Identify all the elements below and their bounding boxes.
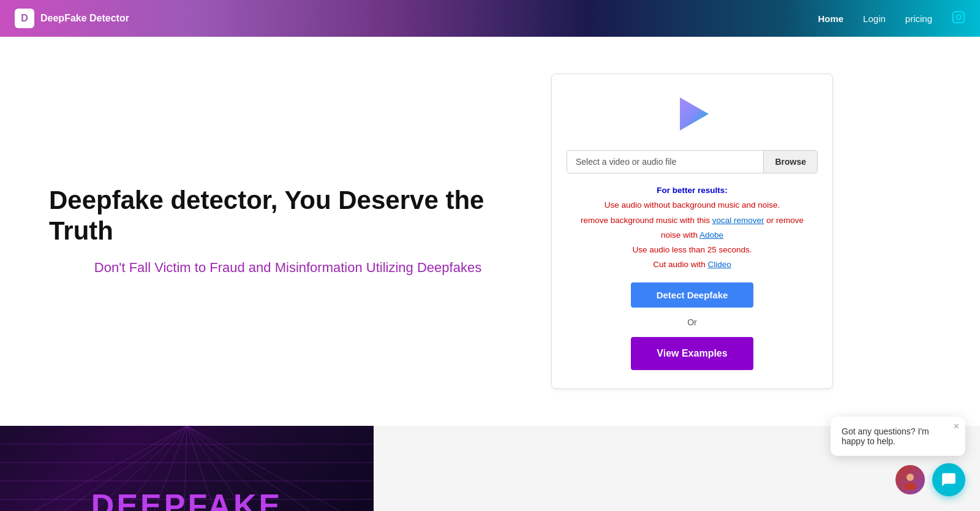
svg-point-2 — [961, 13, 962, 15]
main-content: Deepfake detector, You Deserve the Truth… — [0, 37, 980, 426]
hero-subtitle: Don't Fall Victim to Fraud and Misinform… — [49, 259, 527, 278]
instagram-icon[interactable] — [952, 10, 965, 27]
chat-avatar-row — [831, 463, 965, 496]
tip-line4: Use audio less than 25 seconds. — [632, 245, 752, 254]
hero-section: Deepfake detector, You Deserve the Truth… — [49, 185, 527, 278]
file-input-row: Select a video or audio file Browse — [567, 150, 818, 173]
detect-deepfake-button[interactable]: Detect Deepfake — [631, 282, 753, 308]
vocal-remover-link[interactable]: vocal remover — [712, 216, 764, 225]
view-examples-button[interactable]: View Examples — [631, 337, 753, 370]
svg-marker-3 — [680, 97, 709, 131]
chat-bubble: × Got any questions? I'm happy to help. — [831, 417, 965, 456]
deepfake-bottom-text: DEEPFAKE — [0, 487, 374, 511]
chat-message: Got any questions? I'm happy to help. — [842, 426, 954, 446]
chat-avatar — [895, 465, 925, 494]
svg-rect-0 — [953, 11, 964, 22]
svg-point-20 — [907, 474, 914, 481]
chat-open-button[interactable] — [932, 463, 965, 496]
tip-title: For better results: — [657, 186, 728, 195]
logo-icon: D — [15, 9, 34, 28]
upload-card: Select a video or audio file Browse For … — [551, 74, 833, 389]
logo-area: D DeepFake Detector — [15, 9, 129, 28]
tips-section: For better results: Use audio without ba… — [581, 183, 804, 273]
tip-line3: noise with — [661, 230, 699, 240]
logo-text: DeepFake Detector — [40, 13, 129, 24]
tip-line5-pre: Cut audio with — [653, 260, 707, 269]
main-nav: Home Login pricing — [818, 10, 965, 27]
tip-line2-mid: or remove — [764, 216, 804, 225]
nav-home[interactable]: Home — [818, 13, 843, 24]
tip-line1: Use audio without background music and n… — [605, 200, 780, 210]
chat-widget: × Got any questions? I'm happy to help. — [831, 417, 965, 496]
nav-login[interactable]: Login — [863, 13, 886, 24]
hero-title: Deepfake detector, You Deserve the Truth — [49, 185, 527, 247]
or-divider: Or — [687, 317, 697, 327]
svg-point-1 — [956, 15, 960, 19]
clideo-link[interactable]: Clideo — [708, 260, 731, 269]
header: D DeepFake Detector Home Login pricing — [0, 0, 980, 37]
svg-point-21 — [904, 483, 916, 490]
browse-button[interactable]: Browse — [763, 151, 817, 173]
tip-line2-pre: remove background music with this — [581, 216, 712, 225]
adobe-link[interactable]: Adobe — [699, 230, 723, 240]
chat-close-button[interactable]: × — [954, 422, 959, 431]
play-icon — [671, 93, 714, 138]
bottom-image: DEEPFAKE — [0, 426, 374, 511]
file-label[interactable]: Select a video or audio file — [567, 151, 763, 173]
nav-pricing[interactable]: pricing — [905, 13, 932, 24]
